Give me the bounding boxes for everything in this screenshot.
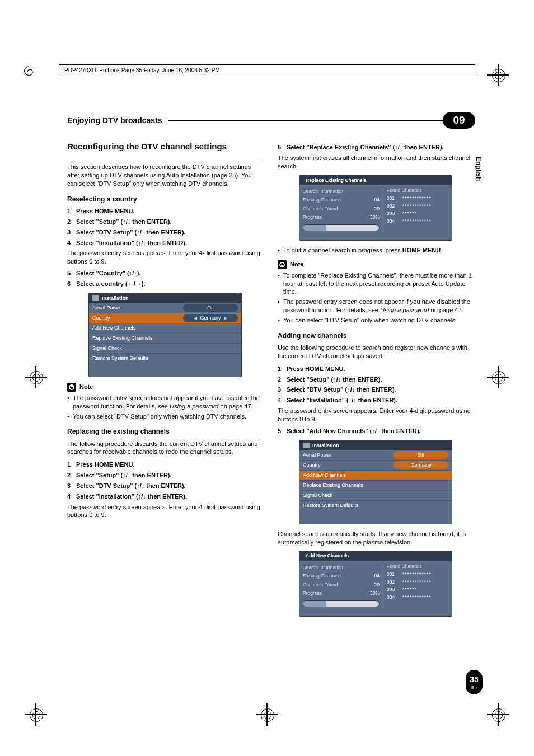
bullet-list: To quit a channel search in progress, pr… — [278, 246, 474, 255]
step: 4Select "Installation" (↑/↓ then ENTER). — [67, 492, 263, 501]
page-lang: En — [471, 685, 477, 690]
registration-mark-icon — [490, 707, 506, 722]
note-item: The password entry screen does not appea… — [278, 298, 474, 314]
note-icon — [67, 383, 76, 392]
note-heading: Note — [67, 383, 263, 392]
chapter-rule — [168, 120, 435, 121]
menu-row-replace: Replace Existing Channels — [89, 333, 241, 343]
note-item: To complete "Replace Existing Channels",… — [278, 271, 474, 297]
chapter-bar: Enjoying DTV broadcasts 09 — [67, 112, 475, 129]
bullet-item: To quit a channel search in progress, pr… — [278, 246, 474, 255]
note-item: The password entry screen does not appea… — [67, 394, 263, 411]
chapter-number-badge: 09 — [443, 112, 475, 129]
progress-bar — [303, 224, 380, 231]
header-rule — [59, 76, 475, 76]
right-column: 5Select "Replace Existing Channels" (↑/↓… — [278, 141, 474, 622]
chapter-connector — [435, 120, 443, 121]
osd-replace-channels: Replace Existing Channels Search Informa… — [299, 175, 452, 241]
subsection-intro: The following procedure discards the cur… — [67, 440, 263, 457]
menu-row-country: Country Germany — [299, 460, 452, 470]
menu-row-aerial: Aerial Power Off — [89, 303, 241, 313]
header-rule — [59, 64, 475, 65]
step-note: The password entry screen appears. Enter… — [278, 407, 474, 424]
section-intro: This section describes how to reconfigur… — [67, 163, 263, 188]
tv-icon — [303, 443, 310, 448]
step: 1Press HOME MENU. — [278, 365, 474, 373]
menu-row-add: Add New Channels — [89, 323, 241, 333]
left-column: Reconfiguring the DTV channel settings T… — [67, 141, 263, 622]
osd-menu-installation: Installation Aerial Power Off Country ◀ … — [88, 293, 242, 377]
step: 5Select "Add New Channels" (↑/↓ then ENT… — [278, 427, 474, 435]
step: 5Select "Replace Existing Channels" (↑/↓… — [278, 143, 474, 152]
step: 5Select "Country" (↑/↓). — [67, 269, 263, 278]
step: 1Press HOME MENU. — [67, 461, 263, 469]
subsection-outro: Channel search automatically starts. If … — [278, 530, 474, 547]
heading-rule — [67, 157, 263, 157]
note-heading: Note — [278, 260, 474, 269]
osd-menu-installation: Installation Aerial Power Off Country Ge… — [299, 440, 452, 524]
page: PDP4270XD_En.book Page 35 Friday, June 1… — [0, 0, 534, 756]
menu-row-add: Add New Channels — [299, 470, 452, 480]
menu-row-restore: Restore System Defaults — [299, 500, 452, 510]
note-list: To complete "Replace Existing Channels",… — [278, 271, 474, 325]
note-list: The password entry screen does not appea… — [67, 394, 263, 421]
step-note: The password entry screen appears. Enter… — [67, 249, 263, 266]
note-item: You can select "DTV Setup" only when wat… — [278, 316, 474, 325]
menu-row-country: Country ◀ Germany ▶ — [89, 313, 241, 323]
subsection-heading: Reselecting a country — [67, 195, 263, 204]
subsection-heading: Adding new channels — [278, 331, 474, 340]
subsection-intro: Use the following procedure to search an… — [278, 344, 474, 360]
step: 1Press HOME MENU. — [67, 207, 263, 215]
registration-mark-icon — [28, 369, 44, 385]
menu-row-signal: Signal Check — [299, 490, 452, 500]
content-area: Enjoying DTV broadcasts 09 Reconfiguring… — [67, 112, 475, 622]
chapter-title: Enjoying DTV broadcasts — [67, 116, 168, 125]
step: 3Select "DTV Setup" (↑/↓ then ENTER). — [278, 386, 474, 394]
section-heading: Reconfiguring the DTV channel settings — [67, 141, 263, 152]
spiral-binding-icon — [21, 66, 34, 78]
note-item: You can select "DTV Setup" only when wat… — [67, 412, 263, 421]
registration-mark-icon — [490, 369, 506, 385]
subsection-heading: Replacing the existing channels — [67, 427, 263, 436]
step: 4Select "Installation" (↑/↓ then ENTER). — [67, 239, 263, 247]
menu-row-aerial: Aerial Power Off — [299, 450, 452, 460]
book-header: PDP4270XD_En.book Page 35 Friday, June 1… — [64, 67, 220, 73]
step-note: The password entry screen appears. Enter… — [67, 503, 263, 520]
page-number: 35 — [470, 675, 479, 684]
menu-row-restore: Restore System Defaults — [89, 353, 241, 363]
progress-bar — [303, 600, 380, 607]
menu-row-signal: Signal Check — [89, 343, 241, 353]
step: 2Select "Setup" (↑/↓ then ENTER). — [67, 471, 263, 480]
registration-mark-icon — [28, 707, 44, 722]
osd-add-channels: Add New Channels Search Information Exis… — [299, 551, 452, 616]
note-icon — [278, 260, 287, 269]
step: 2Select "Setup" (↑/↓ then ENTER). — [67, 218, 263, 226]
registration-mark-icon — [490, 67, 506, 83]
step: 2Select "Setup" (↑/↓ then ENTER). — [278, 375, 474, 384]
tv-icon — [92, 295, 99, 301]
page-number-badge: 35 En — [466, 670, 483, 694]
registration-mark-icon — [259, 707, 275, 722]
step: 4Select "Installation" (↑/↓ then ENTER). — [278, 396, 474, 405]
language-tab: English — [475, 157, 483, 181]
step: 3Select "DTV Setup" (↑/↓ then ENTER). — [67, 482, 263, 490]
step: 3Select "DTV Setup" (↑/↓ then ENTER). — [67, 228, 263, 237]
menu-row-replace: Replace Existing Channels — [299, 480, 452, 490]
step-note: The system first erases all channel info… — [278, 154, 474, 171]
step: 6Select a country (←/→). — [67, 280, 263, 288]
